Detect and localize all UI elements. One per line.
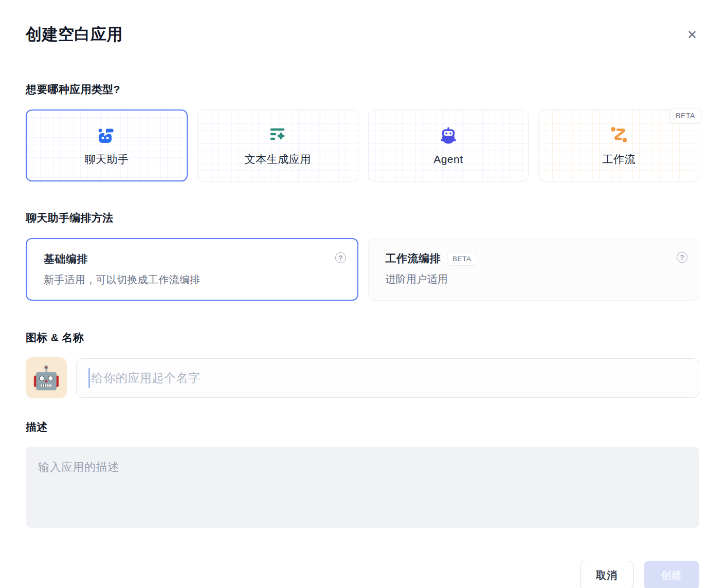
app-type-section-label: 想要哪种应用类型?: [26, 82, 699, 97]
app-type-card-workflow[interactable]: BETA 工作流: [538, 109, 699, 181]
orchestration-card-description: 新手适用，可以切换成工作流编排: [44, 273, 345, 287]
app-name-input-wrap: [76, 358, 699, 398]
icon-name-section-label: 图标 & 名称: [26, 330, 699, 345]
app-type-label: 文本生成应用: [245, 152, 311, 167]
close-icon[interactable]: ✕: [685, 27, 699, 43]
workflow-icon: [609, 125, 629, 145]
orchestration-card-title: 基础编排: [44, 252, 88, 266]
app-name-input[interactable]: [76, 358, 699, 398]
modal-header: 创建空白应用 ✕: [26, 24, 699, 45]
icon-name-row: 🤖: [26, 357, 699, 398]
app-type-label: Agent: [433, 153, 463, 166]
orchestration-beta-badge: BETA: [447, 252, 477, 266]
orchestration-section-label: 聊天助手编排方法: [26, 211, 699, 225]
app-type-card-agent[interactable]: Agent: [368, 109, 529, 181]
description-section-label: 描述: [26, 420, 699, 434]
app-type-cards: 聊天助手 文本生成应用: [26, 109, 699, 181]
chat-assistant-icon: [96, 125, 117, 145]
cancel-button[interactable]: 取消: [580, 561, 633, 588]
orchestration-cards: 基础编排 新手适用，可以切换成工作流编排 ? 工作流编排 BETA 进阶用户适用…: [26, 238, 699, 301]
help-icon[interactable]: ?: [677, 252, 687, 263]
create-button[interactable]: 创建: [644, 561, 699, 588]
app-type-label: 工作流: [602, 152, 636, 167]
text-generation-icon: [267, 125, 288, 145]
workflow-beta-badge: BETA: [669, 108, 701, 123]
orchestration-card-description: 进阶用户适用: [386, 272, 687, 286]
create-app-modal: 创建空白应用 ✕ 想要哪种应用类型? 聊天助手: [0, 0, 725, 588]
orchestration-card-title: 工作流编排: [386, 251, 441, 266]
agent-robot-icon: [438, 126, 459, 146]
app-type-card-text-generation[interactable]: 文本生成应用: [197, 109, 358, 181]
orchestration-card-workflow[interactable]: 工作流编排 BETA 进阶用户适用 ?: [368, 238, 700, 301]
modal-footer: 取消 创建: [26, 561, 699, 588]
help-icon[interactable]: ?: [335, 252, 346, 263]
modal-title: 创建空白应用: [26, 24, 123, 45]
orchestration-card-basic[interactable]: 基础编排 新手适用，可以切换成工作流编排 ?: [26, 238, 358, 301]
app-type-label: 聊天助手: [84, 152, 129, 167]
app-type-card-chat-assistant[interactable]: 聊天助手: [26, 109, 188, 181]
app-description-textarea[interactable]: [26, 447, 699, 528]
app-icon-picker[interactable]: 🤖: [26, 357, 67, 398]
text-caret: [88, 368, 90, 388]
robot-emoji-icon: 🤖: [32, 364, 61, 391]
